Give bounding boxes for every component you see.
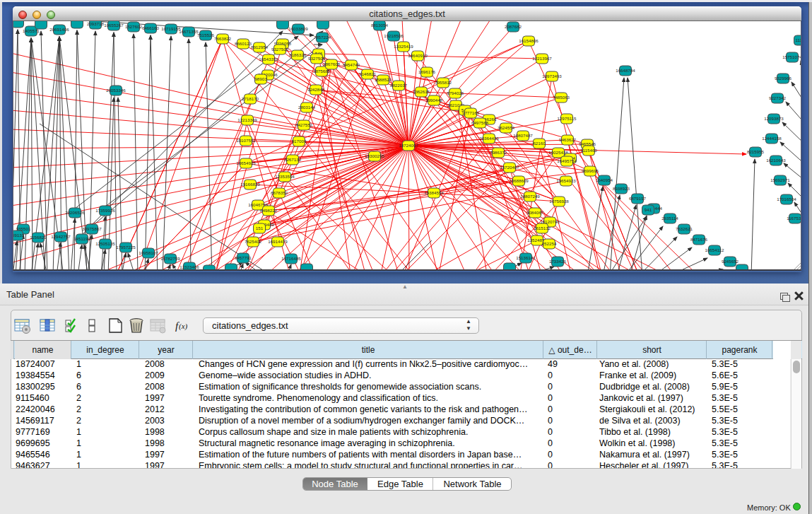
svg-text:12444158: 12444158 [762,136,782,141]
svg-text:151: 151 [256,226,264,230]
svg-text:1615132: 1615132 [534,226,551,230]
svg-text:13325419: 13325419 [394,44,413,49]
svg-text:12505135: 12505135 [95,241,115,246]
svg-text:9245652: 9245652 [722,259,739,264]
svg-text:17359926: 17359926 [95,208,115,213]
svg-text:10654112: 10654112 [705,247,724,252]
svg-text:15136141: 15136141 [516,255,536,260]
svg-text:18724007: 18724007 [399,143,418,148]
svg-text:15716485: 15716485 [281,256,301,261]
svg-text:7663822: 7663822 [214,36,232,41]
svg-text:1527602: 1527602 [125,24,143,29]
svg-text:16671355: 16671355 [179,29,199,34]
svg-text:16210643: 16210643 [766,158,786,163]
svg-text:9115460: 9115460 [580,148,597,153]
svg-text:16543352: 16543352 [259,57,278,62]
svg-text:10654925: 10654925 [236,160,256,165]
svg-text:20053346: 20053346 [106,88,126,93]
svg-text:9146821: 9146821 [359,71,377,76]
svg-text:8938923: 8938923 [613,186,630,191]
svg-text:1990448: 1990448 [425,98,443,103]
svg-text:6879197: 6879197 [629,196,647,201]
svg-text:20206526: 20206526 [65,210,85,215]
svg-text:16495754: 16495754 [557,158,577,163]
svg-text:20364436: 20364436 [479,136,499,141]
svg-text:10719155: 10719155 [161,26,181,31]
svg-text:8498222: 8498222 [260,208,278,213]
svg-text:9329966: 9329966 [775,76,792,81]
svg-text:1696176: 1696176 [418,69,436,74]
svg-text:10756928: 10756928 [549,199,569,204]
svg-text:1733426: 1733426 [549,259,567,264]
svg-text:19384554: 19384554 [424,190,444,195]
svg-text:16648784: 16648784 [616,68,635,73]
svg-text:1640954: 1640954 [596,177,613,182]
svg-text:12942757: 12942757 [51,234,71,239]
svg-text:16914479: 16914479 [268,239,288,244]
svg-text:8822037: 8822037 [390,83,408,88]
svg-text:8471676: 8471676 [690,237,708,242]
svg-text:10958107: 10958107 [139,250,158,255]
svg-text:(x): (x) [179,322,188,331]
svg-text:939133: 939133 [13,233,25,238]
svg-text:7485063: 7485063 [553,95,570,100]
svg-text:10973493: 10973493 [542,74,562,78]
svg-text:8660123: 8660123 [235,41,252,46]
svg-text:15720407: 15720407 [500,165,519,170]
svg-text:9227342: 9227342 [769,95,787,100]
svg-text:9463627: 9463627 [559,137,577,142]
svg-text:9699695: 9699695 [582,168,599,173]
svg-text:1112: 1112 [796,37,801,42]
svg-text:2935114: 2935114 [661,216,678,221]
svg-text:8267130: 8267130 [284,157,302,162]
svg-text:18807249: 18807249 [520,194,540,199]
svg-text:20691406: 20691406 [49,27,69,32]
svg-text:8186328: 8186328 [289,52,307,57]
svg-text:12323466: 12323466 [180,264,199,269]
svg-text:18300295: 18300295 [365,153,384,158]
svg-text:15751074: 15751074 [782,54,801,59]
svg-text:2093718: 2093718 [87,21,105,26]
svg-text:9084067: 9084067 [526,210,544,215]
svg-text:12213369: 12213369 [237,117,257,122]
svg-text:2803144: 2803144 [298,105,316,110]
svg-text:1588520: 1588520 [375,77,392,82]
svg-text:17016504: 17016504 [777,197,796,201]
svg-text:8427552: 8427552 [295,122,313,127]
svg-text:3624554: 3624554 [498,125,515,130]
svg-text:6497568: 6497568 [471,120,489,125]
svg-text:19166829: 19166829 [240,182,260,187]
svg-text:9242848: 9242848 [307,87,325,92]
svg-text:15692971: 15692971 [770,177,790,182]
svg-text:7632621: 7632621 [676,226,693,231]
svg-text:30975867: 30975867 [82,226,102,231]
svg-text:10107552: 10107552 [236,138,256,143]
svg-text:12975115: 12975115 [557,116,577,121]
svg-text:252254: 252254 [542,241,557,246]
svg-text:2087682: 2087682 [505,24,522,29]
svg-text:16033809: 16033809 [288,26,308,31]
svg-text:8912954: 8912954 [251,45,269,49]
svg-text:19218506: 19218506 [384,33,404,38]
svg-text:9327500: 9327500 [271,47,289,52]
svg-text:1156829: 1156829 [30,235,47,240]
svg-text:12213967: 12213967 [532,56,552,61]
svg-text:19654923: 19654923 [556,178,576,183]
svg-text:2867608: 2867608 [323,62,341,66]
svg-text:9327508: 9327508 [308,56,326,61]
svg-text:1362615: 1362615 [413,89,430,94]
svg-text:18640910: 18640910 [408,53,428,58]
svg-text:16154806: 16154806 [519,38,539,43]
svg-text:7515526: 7515526 [197,33,215,37]
svg-text:1451194: 1451194 [73,236,90,241]
svg-text:8215955: 8215955 [747,149,765,154]
svg-text:62160: 62160 [533,141,546,146]
svg-text:8454749: 8454749 [343,62,360,67]
svg-text:17957225: 17957225 [116,245,136,250]
svg-text:7986372: 7986372 [490,150,507,155]
svg-text:16782759: 16782759 [160,256,180,261]
svg-text:917006: 917006 [292,139,307,144]
svg-text:10688609: 10688609 [509,178,529,183]
svg-text:1167533: 1167533 [787,216,801,221]
svg-text:6794028: 6794028 [447,90,464,95]
